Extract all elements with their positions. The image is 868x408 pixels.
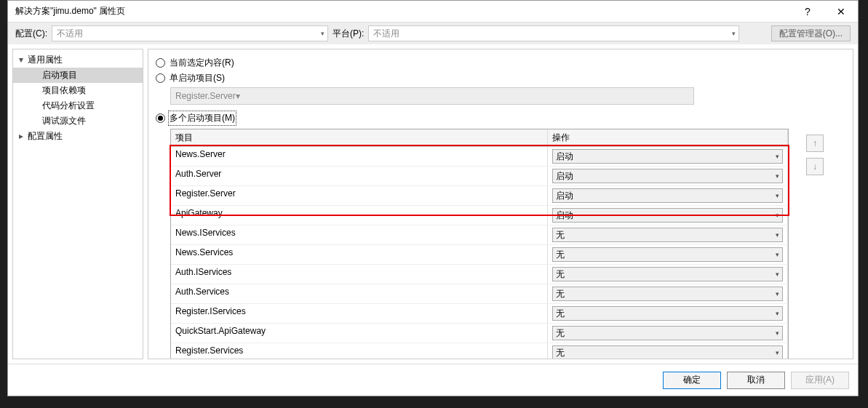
cell-action: 无▾	[548, 265, 788, 284]
cell-action: 无▾	[548, 225, 788, 244]
radio-single-startup[interactable]: 单启动项目(S)	[156, 72, 845, 84]
cell-project: News.Services	[171, 245, 548, 264]
table-row[interactable]: QuickStart.ApiGateway无▾	[171, 324, 788, 343]
property-pages-dialog: 解决方案"jimu.demo" 属性页 ? ✕ 配置(C): 不适用 ▾ 平台(…	[7, 0, 859, 396]
action-dropdown[interactable]: 启动▾	[552, 149, 783, 164]
action-dropdown[interactable]: 无▾	[552, 326, 783, 340]
table-row[interactable]: ApiGateway启动▾	[171, 206, 788, 225]
chevron-down-icon: ▾	[236, 91, 240, 101]
cell-project: Auth.IServices	[171, 265, 548, 284]
cell-project: News.Server	[171, 147, 548, 166]
chevron-down-icon: ▾	[776, 349, 779, 356]
ok-button[interactable]: 确定	[663, 372, 721, 389]
table-row[interactable]: Auth.Services无▾	[171, 284, 788, 304]
cell-action: 启动▾	[548, 206, 788, 225]
action-dropdown[interactable]: 无▾	[552, 267, 783, 281]
platform-dropdown[interactable]: 不适用 ▾	[368, 25, 739, 41]
table-row[interactable]: News.Services无▾	[171, 245, 788, 265]
tree-item[interactable]: 调试源文件	[13, 113, 143, 129]
chevron-down-icon: ▾	[776, 192, 779, 199]
apply-button[interactable]: 应用(A)	[791, 372, 849, 389]
cell-project: QuickStart.ApiGateway	[171, 324, 548, 343]
titlebar: 解决方案"jimu.demo" 属性页 ? ✕	[8, 1, 858, 23]
category-tree[interactable]: 通用属性启动项目项目依赖项代码分析设置调试源文件配置属性	[12, 49, 143, 359]
action-dropdown[interactable]: 启动▾	[552, 188, 783, 203]
cell-action: 启动▾	[548, 186, 788, 205]
col-action: 操作	[548, 129, 788, 146]
startup-projects-table: 项目 操作 News.Server启动▾Auth.Server启动▾Regist…	[170, 129, 789, 359]
chevron-down-icon: ▾	[776, 329, 779, 337]
tree-item[interactable]: 代码分析设置	[13, 98, 143, 113]
cell-project: Auth.Services	[171, 284, 548, 303]
table-header: 项目 操作	[171, 129, 788, 147]
move-down-button[interactable]: ↓	[806, 158, 824, 175]
chevron-down-icon: ▾	[776, 212, 779, 219]
cancel-button[interactable]: 取消	[727, 372, 785, 389]
table-row[interactable]: News.IServices无▾	[171, 225, 788, 245]
table-row[interactable]: Register.Server启动▾	[171, 186, 788, 206]
chevron-down-icon: ▾	[732, 30, 736, 37]
chevron-down-icon: ▾	[776, 290, 779, 297]
tree-item[interactable]: 通用属性	[13, 52, 143, 68]
close-button[interactable]: ✕	[824, 1, 858, 23]
action-dropdown[interactable]: 启动▾	[552, 208, 783, 223]
cell-project: ApiGateway	[171, 206, 548, 225]
cell-action: 无▾	[548, 284, 788, 303]
radio-icon	[156, 113, 165, 123]
cell-action: 无▾	[548, 324, 788, 343]
action-dropdown[interactable]: 无▾	[552, 287, 783, 301]
chevron-down-icon: ▾	[776, 153, 779, 160]
tree-item[interactable]: 配置属性	[13, 129, 143, 144]
table-row[interactable]: News.Server启动▾	[171, 147, 788, 167]
radio-icon	[156, 73, 165, 83]
cell-action: 无▾	[548, 245, 788, 264]
config-dropdown[interactable]: 不适用 ▾	[52, 25, 328, 41]
chevron-down-icon: ▾	[776, 172, 779, 180]
chevron-down-icon: ▾	[776, 271, 779, 278]
action-dropdown[interactable]: 无▾	[552, 345, 783, 359]
radio-icon	[156, 58, 165, 68]
cell-action: 无▾	[548, 343, 788, 359]
dialog-footer: 确定 取消 应用(A)	[8, 364, 858, 396]
cell-action: 无▾	[548, 304, 788, 323]
chevron-down-icon: ▾	[321, 30, 324, 37]
chevron-down-icon: ▾	[776, 310, 779, 317]
chevron-down-icon: ▾	[776, 251, 779, 258]
platform-label: 平台(P):	[333, 28, 364, 40]
chevron-down-icon: ▾	[776, 231, 779, 239]
action-dropdown[interactable]: 无▾	[552, 306, 783, 321]
cell-project: Auth.Server	[171, 167, 548, 185]
config-toolbar: 配置(C): 不适用 ▾ 平台(P): 不适用 ▾ 配置管理器(O)...	[8, 23, 858, 44]
cell-project: Register.Server	[171, 186, 548, 205]
col-project: 项目	[171, 129, 548, 146]
table-row[interactable]: Register.IServices无▾	[171, 304, 788, 324]
table-row[interactable]: Auth.Server启动▾	[171, 167, 788, 186]
radio-multiple-startup[interactable]: 多个启动项目(M)	[156, 112, 845, 124]
main-panel: 当前选定内容(R) 单启动项目(S) Register.Server ▾ 多个启…	[148, 49, 853, 359]
action-dropdown[interactable]: 启动▾	[552, 169, 783, 183]
window-title: 解决方案"jimu.demo" 属性页	[15, 5, 791, 17]
cell-project: News.IServices	[171, 225, 548, 244]
tree-item[interactable]: 项目依赖项	[13, 83, 143, 98]
tree-item[interactable]: 启动项目	[13, 68, 143, 83]
config-label: 配置(C):	[15, 28, 47, 40]
config-manager-button[interactable]: 配置管理器(O)...	[771, 25, 851, 41]
cell-project: Register.IServices	[171, 304, 548, 323]
table-row[interactable]: Register.Services无▾	[171, 343, 788, 359]
cell-project: Register.Services	[171, 343, 548, 359]
cell-action: 启动▾	[548, 147, 788, 166]
table-row[interactable]: Auth.IServices无▾	[171, 265, 788, 284]
radio-current-selection[interactable]: 当前选定内容(R)	[156, 57, 845, 69]
action-dropdown[interactable]: 无▾	[552, 228, 783, 242]
single-startup-dropdown: Register.Server ▾	[170, 87, 694, 105]
cell-action: 启动▾	[548, 167, 788, 185]
action-dropdown[interactable]: 无▾	[552, 247, 783, 262]
move-up-button[interactable]: ↑	[806, 135, 824, 152]
help-button[interactable]: ?	[791, 1, 824, 23]
